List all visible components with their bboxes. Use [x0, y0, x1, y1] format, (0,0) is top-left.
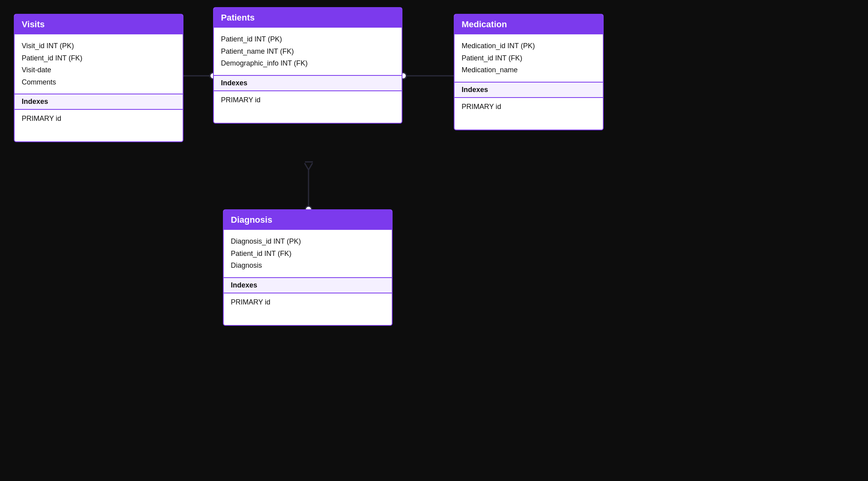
field-demographic-info: Demographic_info INT (FK)	[221, 57, 395, 70]
svg-line-14	[305, 163, 309, 170]
field-diagnosis: Diagnosis	[231, 259, 385, 272]
patients-table-fields: Patient_id INT (PK) Patient_name INT (FK…	[214, 28, 402, 76]
visits-table-header: Visits	[15, 15, 183, 34]
field-visit-id: Visit_id INT (PK)	[22, 40, 176, 52]
patients-indexes-body: PRIMARY id	[214, 91, 402, 123]
diagnosis-table-fields: Diagnosis_id INT (PK) Patient_id INT (FK…	[224, 230, 392, 278]
visits-table-fields: Visit_id INT (PK) Patient_id INT (FK) Vi…	[15, 34, 183, 94]
medication-table-header: Medication	[455, 15, 603, 34]
field-medication-patient-id: Patient_id INT (FK)	[462, 52, 596, 64]
visits-table: Visits Visit_id INT (PK) Patient_id INT …	[14, 14, 183, 142]
svg-line-15	[309, 163, 312, 170]
field-medication-name: Medication_name	[462, 64, 596, 76]
visits-indexes-body: PRIMARY id	[15, 110, 183, 141]
patients-indexes-header: Indexes	[214, 76, 402, 91]
diagnosis-indexes-header: Indexes	[224, 278, 392, 293]
field-patient-name: Patient_name INT (FK)	[221, 45, 395, 58]
diagnosis-table: Diagnosis Diagnosis_id INT (PK) Patient_…	[223, 209, 393, 326]
medication-primary-index: PRIMARY id	[462, 103, 596, 111]
field-visit-date: Visit-date	[22, 64, 176, 76]
patients-table-header: Patients	[214, 8, 402, 28]
patients-primary-index: PRIMARY id	[221, 96, 395, 104]
visits-primary-index: PRIMARY id	[22, 115, 176, 123]
medication-table: Medication Medication_id INT (PK) Patien…	[454, 14, 604, 130]
field-diagnosis-id: Diagnosis_id INT (PK)	[231, 235, 385, 248]
visits-indexes-header: Indexes	[15, 94, 183, 110]
diagnosis-primary-index: PRIMARY id	[231, 298, 385, 306]
diagnosis-table-header: Diagnosis	[224, 210, 392, 230]
diagnosis-indexes-body: PRIMARY id	[224, 293, 392, 325]
field-visit-comments: Comments	[22, 76, 176, 88]
field-diagnosis-patient-id: Patient_id INT (FK)	[231, 248, 385, 260]
medication-indexes-body: PRIMARY id	[455, 98, 603, 130]
medication-indexes-header: Indexes	[455, 83, 603, 98]
field-patient-id: Patient_id INT (PK)	[221, 33, 395, 45]
patients-table: Patients Patient_id INT (PK) Patient_nam…	[213, 7, 402, 124]
medication-table-fields: Medication_id INT (PK) Patient_id INT (F…	[455, 34, 603, 83]
field-medication-id: Medication_id INT (PK)	[462, 40, 596, 52]
field-visit-patient-id: Patient_id INT (FK)	[22, 52, 176, 64]
